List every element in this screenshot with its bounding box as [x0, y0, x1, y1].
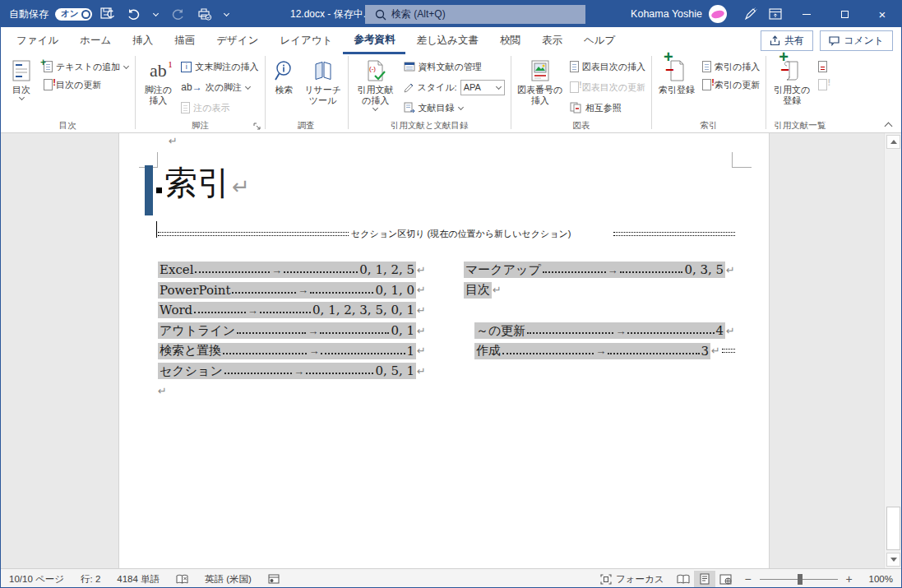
ribbon-display-icon — [769, 8, 782, 20]
maximize-button[interactable] — [826, 1, 863, 27]
section-break: セクション区切り (現在の位置から新しいセクション) — [158, 226, 735, 241]
tab-insert[interactable]: 挿入 — [122, 27, 164, 54]
smart-lookup-button[interactable]: 検索 — [269, 56, 300, 95]
web-layout-button[interactable] — [715, 571, 737, 588]
next-footnote-button[interactable]: 次の脚注 — [178, 78, 261, 96]
tab-mailings[interactable]: 差し込み文書 — [405, 27, 489, 54]
save-icon — [100, 7, 115, 21]
inking-pen-button[interactable] — [738, 1, 763, 27]
document-page[interactable]: ↵ 索引↵ セクション区切り (現在の位置から新しいセクション) Excel→0… — [118, 133, 770, 568]
line-number-indicator[interactable]: 行: 2 — [72, 569, 109, 588]
dot-leader — [284, 271, 358, 273]
collapse-ribbon-button[interactable] — [885, 121, 893, 127]
print-preview-button[interactable] — [194, 3, 215, 25]
tab-view[interactable]: 表示 — [531, 27, 573, 54]
update-toc-button[interactable]: 目次の更新 — [41, 76, 132, 94]
autosave-state: オン — [61, 8, 79, 20]
tab-mark: → — [608, 264, 618, 276]
add-text-button[interactable]: テキストの追加 — [41, 58, 132, 76]
language-indicator[interactable]: 英語 (米国) — [197, 569, 260, 588]
save-button[interactable] — [97, 3, 118, 25]
vertical-scrollbar[interactable] — [884, 133, 901, 568]
cross-reference-label: 相互参照 — [585, 102, 622, 114]
tab-file[interactable]: ファイル — [6, 27, 69, 54]
tab-draw[interactable]: 描画 — [164, 27, 206, 54]
print-layout-button[interactable] — [694, 571, 715, 588]
footnotes-dialog-launcher[interactable] — [253, 123, 261, 131]
section-break-dots — [613, 232, 735, 236]
insert-endnote-button[interactable]: 文末脚注の挿入 — [178, 58, 261, 76]
insert-citation-button[interactable]: (-) 引用文献の挿入 — [352, 56, 400, 111]
dot-leader — [223, 353, 307, 354]
ribbon-group-citations: (-) 引用文献の挿入 資料文献の管理 スタイル: APA — [349, 54, 510, 132]
index-entry-row: マークアップ→0, 3, 5↵ — [464, 260, 735, 280]
zoom-in-button[interactable]: + — [844, 572, 854, 586]
word-count-indicator[interactable]: 4184 単語 — [109, 569, 168, 588]
manage-sources-label: 資料文献の管理 — [419, 61, 482, 73]
qat-customize-button[interactable] — [220, 3, 234, 25]
tab-mark: → — [298, 284, 308, 296]
update-index-button[interactable]: 索引の更新 — [700, 76, 762, 94]
macro-recording-button[interactable] — [260, 569, 288, 588]
show-notes-button[interactable]: 注の表示 — [178, 99, 261, 117]
zoom-slider-track[interactable] — [760, 579, 838, 580]
manage-sources-button[interactable]: 資料文献の管理 — [401, 58, 507, 76]
autosave-toggle[interactable]: オン — [55, 8, 92, 21]
user-name[interactable]: Kohama Yoshie — [631, 8, 702, 20]
heading-bullet — [156, 188, 162, 193]
ribbon-display-options-button[interactable] — [763, 1, 788, 27]
tab-layout[interactable]: レイアウト — [269, 27, 343, 54]
comment-button[interactable]: コメント — [820, 30, 893, 51]
proofing-status-button[interactable] — [168, 569, 197, 588]
zoom-out-button[interactable]: − — [743, 572, 753, 586]
tab-help[interactable]: ヘルプ — [573, 27, 626, 54]
insert-caption-button[interactable]: 図表番号の挿入 — [515, 56, 566, 106]
mark-citation-button[interactable]: + − 引用文の登録 — [770, 56, 814, 106]
update-table-of-authorities-button[interactable] — [816, 76, 830, 94]
redo-button[interactable] — [168, 3, 189, 25]
tab-references[interactable]: 参考資料 — [343, 27, 405, 54]
toc-button[interactable]: 目次 — [3, 56, 39, 100]
scroll-down-button[interactable] — [886, 553, 900, 567]
avatar[interactable] — [709, 5, 727, 23]
undo-button[interactable] — [123, 3, 145, 25]
research-tools-button[interactable]: リサーチツール — [302, 56, 345, 106]
insert-table-of-figures-label: 図表目次の挿入 — [582, 61, 645, 73]
tab-home[interactable]: ホーム — [69, 27, 122, 54]
mark-citation-label: 引用文の登録 — [772, 85, 812, 106]
chevron-down-icon — [224, 12, 229, 17]
minimize-button[interactable] — [788, 1, 826, 27]
tab-review[interactable]: 校閲 — [489, 27, 531, 54]
index-pages: 3 — [701, 344, 710, 359]
undo-dropdown[interactable] — [150, 3, 163, 25]
manage-sources-icon — [404, 62, 415, 72]
toc-icon — [11, 58, 32, 83]
close-button[interactable]: × — [863, 1, 901, 27]
group-label-captions: 図表 — [512, 120, 650, 132]
index-entry-row: 作成→3↵ — [474, 340, 735, 361]
search-box[interactable]: 検索 (Alt+Q) — [365, 5, 585, 24]
document-title-text: 12.docx - 保存中... — [290, 7, 372, 21]
index-entry-field: アウトライン→0, 1 — [158, 322, 416, 339]
group-separator — [135, 56, 136, 129]
insert-footnote-button[interactable]: 脚注の挿入 — [139, 56, 177, 106]
insert-table-of-authorities-button[interactable] — [816, 58, 830, 76]
index-entry-field: Excel→0, 1, 2, 5 — [158, 262, 416, 278]
tab-design[interactable]: デザイン — [206, 27, 269, 54]
zoom-percentage[interactable]: 100% — [861, 569, 901, 588]
read-mode-button[interactable] — [673, 571, 694, 588]
page-number-indicator[interactable]: 10/10 ページ — [1, 569, 72, 588]
focus-mode-button[interactable]: フォーカス — [592, 569, 673, 588]
bibliography-button[interactable]: 文献目録 — [401, 99, 507, 117]
scroll-up-button[interactable] — [886, 135, 900, 149]
cross-reference-button[interactable]: 相互参照 — [567, 99, 648, 117]
mark-entry-button[interactable]: + − 索引登録 — [655, 56, 698, 95]
insert-table-of-figures-button[interactable]: 図表目次の挿入 — [567, 58, 648, 76]
pilcrow-mark: ↵ — [417, 345, 426, 357]
zoom-slider-handle[interactable] — [798, 574, 803, 585]
insert-index-button[interactable]: 索引の挿入 — [700, 58, 762, 76]
scrollbar-thumb[interactable] — [886, 507, 900, 550]
style-combobox[interactable]: APA — [460, 80, 505, 95]
update-table-of-figures-button[interactable]: 図表目次の更新 — [567, 78, 648, 96]
group-label-research: 調査 — [266, 120, 347, 132]
